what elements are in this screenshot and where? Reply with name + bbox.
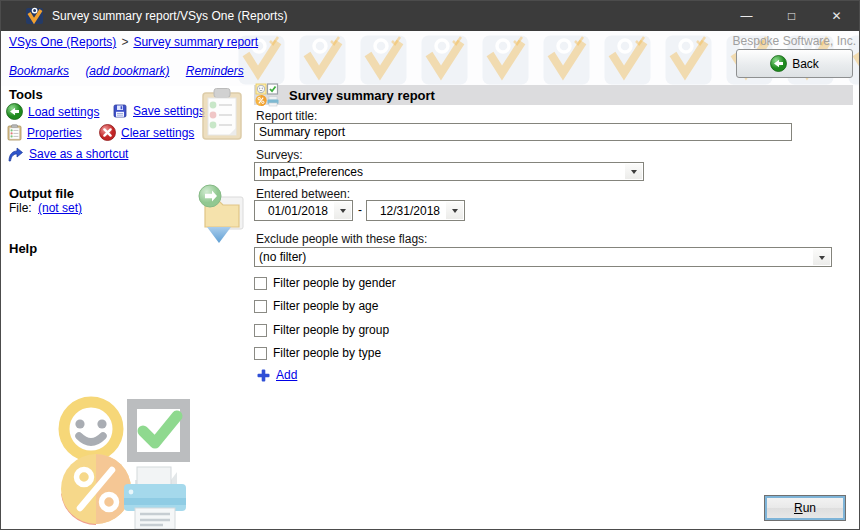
exclude-flags-arrow-icon[interactable] [813,249,830,265]
vsys-logo-tile-icon [299,35,346,85]
file-label: File: [9,201,32,215]
add-filter-control[interactable]: Add [257,368,297,382]
plus-icon [257,369,270,382]
exclude-flags-value: (no filter) [259,250,306,264]
save-settings-button[interactable]: Save settings [112,103,205,119]
report-title-label: Report title: [256,109,317,123]
maximize-button[interactable]: □ [769,1,814,31]
breadcrumb-link-home[interactable]: VSys One (Reports) [9,35,116,49]
filter-group-label: Filter people by group [273,323,389,337]
bookmarks-link[interactable]: Bookmarks [9,64,69,78]
filter-gender-checkbox[interactable] [254,277,267,290]
date-to-value: 12/31/2018 [380,204,440,218]
filter-age-row: Filter people by age [254,299,378,313]
filter-type-label: Filter people by type [273,346,381,360]
date-from-arrow-icon[interactable] [334,202,351,219]
title-bar: Survey summary report/VSys One (Reports)… [1,1,859,31]
tools-section-title: Tools [9,87,43,102]
date-to-arrow-icon[interactable] [446,202,463,219]
run-button[interactable]: Run [764,495,846,521]
clipboard-watermark-icon [201,87,243,141]
file-not-set-link[interactable]: (not set) [38,201,82,215]
save-shortcut-label: Save as a shortcut [29,147,128,161]
help-section-title: Help [9,241,37,256]
output-file-section-title: Output file [9,186,74,201]
company-name: Bespoke Software, Inc. [733,34,856,48]
filter-group-row: Filter people by group [254,323,389,337]
exclude-flags-dropdown[interactable]: (no filter) [254,247,832,267]
properties-button[interactable]: Properties [7,124,82,141]
minimize-button[interactable]: — [724,1,769,31]
surveys-dropdown-value: Impact,Preferences [259,165,363,179]
vsys-logo-tile-icon [360,35,407,85]
vsys-logo-tile-icon [421,35,468,85]
clear-settings-icon [99,124,116,141]
load-settings-label: Load settings [28,105,99,119]
surveys-label: Surveys: [256,148,303,162]
filter-gender-label: Filter people by gender [273,276,396,290]
date-from-picker[interactable]: 01/01/2018 [254,200,353,221]
quick-links: Bookmarks (add bookmark) Reminders [9,64,257,78]
back-button[interactable]: Back [736,49,853,78]
report-illustration [53,394,193,530]
load-settings-icon [6,103,23,120]
load-settings-button[interactable]: Load settings [6,103,99,120]
date-to-picker[interactable]: 12/31/2018 [366,200,465,221]
save-shortcut-button[interactable]: Save as a shortcut [6,145,128,163]
breadcrumb-link-current[interactable]: Survey summary report [133,35,258,49]
vsys-logo-tile-icon [604,35,651,85]
surveys-dropdown-arrow-icon[interactable] [625,164,642,179]
save-settings-label: Save settings [133,104,205,118]
back-button-label: Back [792,57,819,71]
add-bookmark-link[interactable]: (add bookmark) [85,64,169,78]
window-title: Survey summary report/VSys One (Reports) [52,9,287,23]
form-title: Survey summary report [289,88,435,103]
entered-between-label: Entered between: [256,187,350,201]
app-window: Survey summary report/VSys One (Reports)… [0,0,860,530]
add-link[interactable]: Add [276,368,297,382]
triangle-watermark-icon [206,226,232,244]
vsys-logo-tile-icon [482,35,529,85]
surveys-dropdown[interactable]: Impact,Preferences [254,162,644,181]
vsys-logo-tile-icon [665,35,712,85]
output-file-row: File: (not set) [9,201,82,215]
header-strip: VSys One (Reports)>Survey summary report… [1,31,860,86]
reminders-link[interactable]: Reminders [186,64,244,78]
date-range-separator: - [358,203,362,217]
report-title-input[interactable] [254,123,792,141]
breadcrumb: VSys One (Reports)>Survey summary report [9,35,258,49]
filter-age-label: Filter people by age [273,299,378,313]
back-arrow-icon [770,55,787,72]
report-mini-icon [255,83,279,107]
clear-settings-button[interactable]: Clear settings [99,124,194,141]
filter-type-checkbox[interactable] [254,347,267,360]
filter-age-checkbox[interactable] [254,300,267,313]
exclude-flags-label: Exclude people with these flags: [256,232,427,246]
vsys-logo-tile-icon [543,35,590,85]
breadcrumb-separator: > [121,35,128,49]
filter-gender-row: Filter people by gender [254,276,396,290]
shortcut-arrow-icon [6,145,24,163]
filter-type-row: Filter people by type [254,346,381,360]
app-logo-icon [26,7,44,25]
save-settings-icon [112,103,128,119]
date-from-value: 01/01/2018 [268,204,328,218]
filter-group-checkbox[interactable] [254,324,267,337]
form-header-bar: Survey summary report [254,85,853,105]
properties-label: Properties [27,126,82,140]
properties-icon [7,124,22,141]
close-button[interactable]: ✕ [814,1,859,31]
clear-settings-label: Clear settings [121,126,194,140]
